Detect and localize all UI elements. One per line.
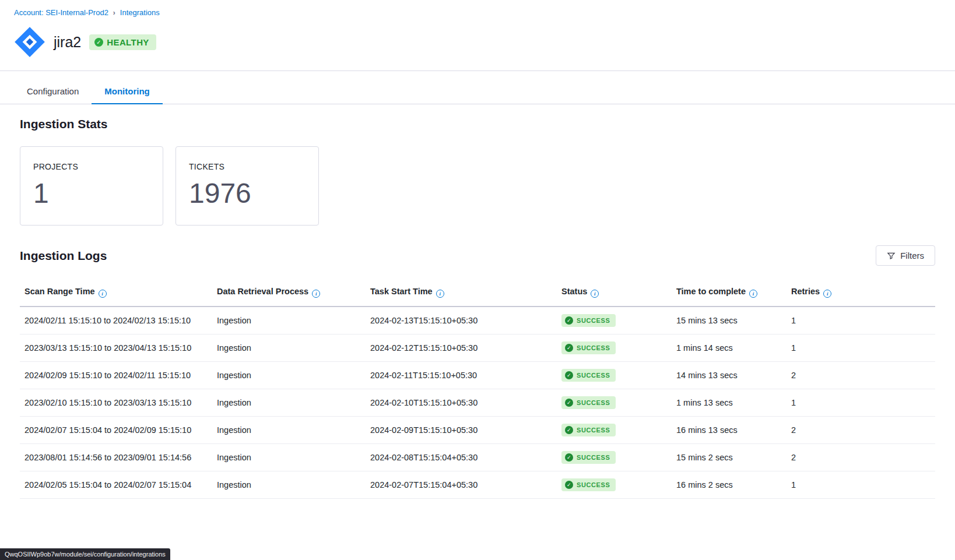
process-cell: Ingestion [212, 389, 366, 417]
table-row: 2024/02/09 15:15:10 to 2024/02/11 15:15:… [20, 362, 935, 389]
logs-column-header: Retriesi [787, 281, 935, 307]
filters-button[interactable]: Filters [876, 245, 935, 266]
status-badge-label: SUCCESS [577, 372, 610, 379]
logs-column-label: Task Start Time [370, 287, 433, 296]
scan-range-cell: 2023/08/01 15:14:56 to 2023/09/01 15:14:… [20, 444, 212, 471]
filters-button-label: Filters [900, 251, 924, 260]
ingestion-logs-header: Ingestion Logs Filters [20, 245, 935, 266]
scan-range-cell: 2023/03/13 15:15:10 to 2023/04/13 15:15:… [20, 334, 212, 362]
ingestion-stats-title: Ingestion Stats [20, 117, 935, 131]
logs-column-header: Time to completei [672, 281, 787, 307]
time-to-complete-cell: 14 mins 13 secs [672, 362, 787, 389]
logs-column-header: Statusi [557, 281, 672, 307]
status-cell: ✓SUCCESS [557, 307, 672, 334]
time-to-complete-cell: 16 mins 2 secs [672, 471, 787, 499]
retries-cell: 1 [787, 471, 935, 499]
task-start-cell: 2024-02-07T15:15:04+05:30 [366, 471, 557, 499]
breadcrumb: Account: SEI-Internal-Prod2 › Integratio… [14, 8, 955, 17]
scan-range-cell: 2024/02/07 15:15:04 to 2024/02/09 15:15:… [20, 417, 212, 444]
time-to-complete-cell: 1 mins 14 secs [672, 334, 787, 362]
ingestion-logs-title: Ingestion Logs [20, 249, 107, 263]
tickets-stat-card: TICKETS 1976 [175, 146, 319, 226]
scan-range-cell: 2024/02/05 15:15:04 to 2024/02/07 15:15:… [20, 471, 212, 499]
integration-title-row: jira2 ✓ HEALTHY [14, 26, 955, 58]
tab-monitoring[interactable]: Monitoring [92, 80, 162, 104]
breadcrumb-separator-icon: › [113, 9, 115, 17]
logs-table-header-row: Scan Range TimeiData Retrieval ProcessiT… [20, 281, 935, 307]
jira-logo-icon [14, 26, 45, 58]
status-cell: ✓SUCCESS [557, 471, 672, 499]
process-cell: Ingestion [212, 362, 366, 389]
logs-column-label: Retries [791, 287, 820, 296]
breadcrumb-account-link[interactable]: Account: SEI-Internal-Prod2 [14, 8, 108, 17]
scan-range-cell: 2023/02/10 15:15:10 to 2023/03/13 15:15:… [20, 389, 212, 417]
logs-column-label: Status [561, 287, 587, 296]
filter-funnel-icon [887, 251, 896, 260]
task-start-cell: 2024-02-10T15:15:10+05:30 [366, 389, 557, 417]
info-icon[interactable]: i [749, 290, 757, 298]
success-check-icon: ✓ [565, 371, 573, 379]
logs-column-label: Time to complete [676, 287, 746, 296]
status-badge: ✓SUCCESS [561, 478, 616, 491]
info-icon[interactable]: i [312, 290, 320, 298]
task-start-cell: 2024-02-12T15:15:10+05:30 [366, 334, 557, 362]
ingestion-logs-table: Scan Range TimeiData Retrieval ProcessiT… [20, 281, 935, 499]
health-check-icon: ✓ [94, 38, 103, 47]
info-icon[interactable]: i [436, 290, 444, 298]
table-row: 2023/02/10 15:15:10 to 2023/03/13 15:15:… [20, 389, 935, 417]
info-icon[interactable]: i [823, 290, 831, 298]
status-badge: ✓SUCCESS [561, 314, 616, 327]
status-badge: ✓SUCCESS [561, 369, 616, 382]
logs-column-header: Scan Range Timei [20, 281, 212, 307]
main-content: Ingestion Stats PROJECTS 1 TICKETS 1976 … [0, 104, 955, 499]
tab-configuration[interactable]: Configuration [14, 80, 92, 104]
time-to-complete-cell: 15 mins 13 secs [672, 307, 787, 334]
status-cell: ✓SUCCESS [557, 362, 672, 389]
page-header: Account: SEI-Internal-Prod2 › Integratio… [0, 0, 955, 17]
logs-column-header: Data Retrieval Processi [212, 281, 366, 307]
process-cell: Ingestion [212, 307, 366, 334]
table-row: 2024/02/11 15:15:10 to 2024/02/13 15:15:… [20, 307, 935, 334]
status-badge: ✓SUCCESS [561, 424, 616, 436]
stat-cards: PROJECTS 1 TICKETS 1976 [20, 146, 935, 226]
process-cell: Ingestion [212, 444, 366, 471]
retries-cell: 2 [787, 417, 935, 444]
retries-cell: 1 [787, 307, 935, 334]
tickets-stat-value: 1976 [189, 177, 318, 209]
tabs-bar: Configuration Monitoring [0, 80, 955, 104]
status-badge: ✓SUCCESS [561, 341, 616, 354]
status-badge: ✓SUCCESS [561, 451, 616, 464]
scan-range-cell: 2024/02/11 15:15:10 to 2024/02/13 15:15:… [20, 307, 212, 334]
tickets-stat-label: TICKETS [189, 162, 318, 171]
status-cell: ✓SUCCESS [557, 389, 672, 417]
status-badge-label: SUCCESS [577, 317, 610, 324]
time-to-complete-cell: 15 mins 2 secs [672, 444, 787, 471]
scan-range-cell: 2024/02/09 15:15:10 to 2024/02/11 15:15:… [20, 362, 212, 389]
task-start-cell: 2024-02-08T15:15:04+05:30 [366, 444, 557, 471]
task-start-cell: 2024-02-09T15:15:10+05:30 [366, 417, 557, 444]
retries-cell: 2 [787, 362, 935, 389]
time-to-complete-cell: 16 mins 13 secs [672, 417, 787, 444]
table-row: 2023/08/01 15:14:56 to 2023/09/01 15:14:… [20, 444, 935, 471]
info-icon[interactable]: i [591, 290, 599, 298]
status-badge: ✓SUCCESS [561, 396, 616, 409]
retries-cell: 1 [787, 334, 935, 362]
status-badge-label: SUCCESS [577, 481, 610, 488]
header-divider [0, 71, 955, 71]
success-check-icon: ✓ [565, 453, 573, 462]
task-start-cell: 2024-02-11T15:15:10+05:30 [366, 362, 557, 389]
task-start-cell: 2024-02-13T15:15:10+05:30 [366, 307, 557, 334]
status-cell: ✓SUCCESS [557, 444, 672, 471]
status-badge-label: SUCCESS [577, 399, 610, 406]
process-cell: Ingestion [212, 334, 366, 362]
status-badge-label: SUCCESS [577, 427, 610, 434]
process-cell: Ingestion [212, 417, 366, 444]
browser-status-url: QwqOSIIWp9ob7w/module/sei/configuration/… [0, 548, 170, 560]
projects-stat-value: 1 [33, 177, 163, 209]
integration-name: jira2 [54, 34, 81, 51]
logs-column-label: Data Retrieval Process [217, 287, 308, 296]
process-cell: Ingestion [212, 471, 366, 499]
success-check-icon: ✓ [565, 316, 573, 325]
breadcrumb-integrations-link[interactable]: Integrations [120, 8, 160, 17]
info-icon[interactable]: i [99, 290, 107, 298]
